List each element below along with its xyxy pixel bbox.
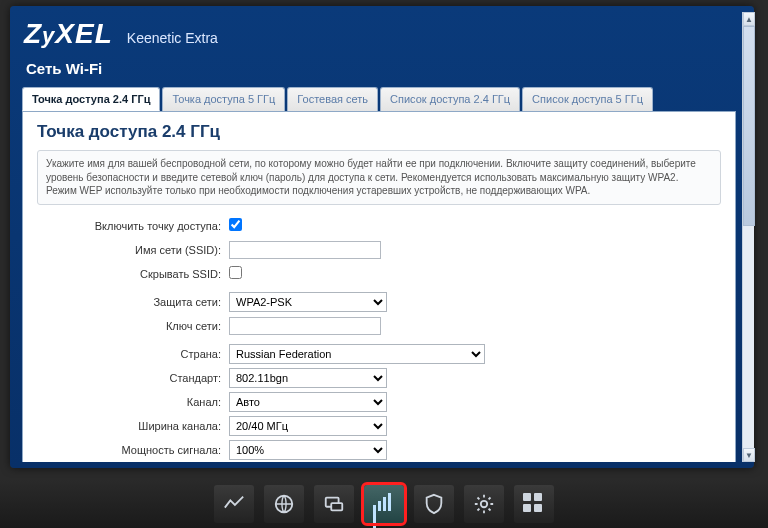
wifi-form: Включить точку доступа: Имя сети (SSID):…	[37, 215, 721, 463]
tab-ap-5[interactable]: Точка доступа 5 ГГц	[162, 87, 285, 111]
label-hide-ssid: Скрывать SSID:	[37, 268, 229, 280]
nav-settings[interactable]	[464, 485, 504, 523]
svg-point-3	[481, 501, 487, 507]
scroll-thumb[interactable]	[743, 26, 755, 226]
channel-select[interactable]: Авто	[229, 392, 387, 412]
network-key-input[interactable]	[229, 317, 381, 335]
nav-internet[interactable]	[264, 485, 304, 523]
hide-ssid-checkbox[interactable]	[229, 266, 242, 279]
brand-logo: ZyXEL	[24, 18, 113, 50]
tab-guest[interactable]: Гостевая сеть	[287, 87, 378, 111]
panel-hint: Укажите имя для вашей беспроводной сети,…	[37, 150, 721, 205]
tx-power-select[interactable]: 100%	[229, 440, 387, 460]
label-power: Мощность сигнала:	[37, 444, 229, 456]
label-ssid: Имя сети (SSID):	[37, 244, 229, 256]
shield-icon	[423, 493, 445, 515]
security-select[interactable]: WPA2-PSK	[229, 292, 387, 312]
label-security: Защита сети:	[37, 296, 229, 308]
scroll-up-button[interactable]: ▲	[743, 12, 755, 26]
tab-ap-24[interactable]: Точка доступа 2.4 ГГц	[22, 87, 160, 111]
nav-apps[interactable]	[514, 485, 554, 523]
device-model: Keenetic Extra	[127, 30, 218, 46]
monitor-icon	[323, 493, 345, 515]
router-admin-window: ▲ ▼ ZyXEL Keenetic Extra Сеть Wi-Fi Точк…	[10, 6, 754, 468]
vertical-scrollbar[interactable]: ▲ ▼	[742, 12, 754, 462]
label-width: Ширина канала:	[37, 420, 229, 432]
settings-panel: Точка доступа 2.4 ГГц Укажите имя для ва…	[22, 111, 736, 462]
section-title: Сеть Wi-Fi	[16, 52, 742, 87]
globe-icon	[273, 493, 295, 515]
grid-icon	[523, 493, 545, 515]
label-channel: Канал:	[37, 396, 229, 408]
nav-wifi[interactable]	[364, 485, 404, 523]
panel-title: Точка доступа 2.4 ГГц	[37, 122, 721, 142]
label-country: Страна:	[37, 348, 229, 360]
ssid-input[interactable]	[229, 241, 381, 259]
tab-acl-5[interactable]: Список доступа 5 ГГц	[522, 87, 653, 111]
label-enable: Включить точку доступа:	[37, 220, 229, 232]
enable-ap-checkbox[interactable]	[229, 218, 242, 231]
label-key: Ключ сети:	[37, 320, 229, 332]
standard-select[interactable]: 802.11bgn	[229, 368, 387, 388]
tab-acl-24[interactable]: Список доступа 2.4 ГГц	[380, 87, 520, 111]
nav-dashboard[interactable]	[214, 485, 254, 523]
nav-firewall[interactable]	[414, 485, 454, 523]
chart-icon	[223, 493, 245, 515]
bottom-nav	[0, 480, 768, 528]
nav-lan[interactable]	[314, 485, 354, 523]
country-select[interactable]: Russian Federation	[229, 344, 485, 364]
scroll-down-button[interactable]: ▼	[743, 448, 755, 462]
signal-bars-icon	[373, 493, 395, 515]
channel-width-select[interactable]: 20/40 МГц	[229, 416, 387, 436]
tab-strip: Точка доступа 2.4 ГГц Точка доступа 5 ГГ…	[16, 87, 742, 111]
gear-icon	[473, 493, 495, 515]
label-standard: Стандарт:	[37, 372, 229, 384]
svg-rect-2	[331, 503, 342, 510]
